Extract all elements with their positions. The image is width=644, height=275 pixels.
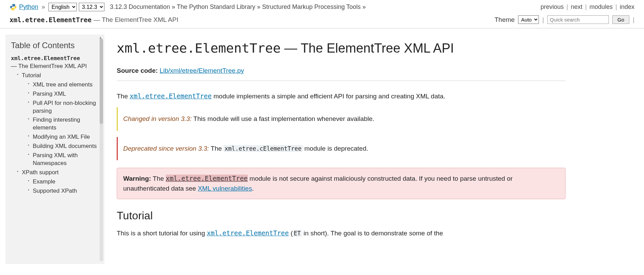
module-name: xml.etree.ElementTree — [10, 16, 91, 24]
tutorial-heading: Tutorial — [117, 209, 566, 222]
sub-navigation: xml.etree.ElementTree — The ElementTree … — [0, 13, 644, 28]
breadcrumb: 3.12.3 Documentation » The Python Standa… — [106, 3, 366, 11]
toc-modifying[interactable]: Modifying an XML File — [33, 134, 90, 140]
scrollbar-track[interactable] — [100, 39, 103, 261]
toc-parsing-xml[interactable]: Parsing XML — [33, 91, 66, 97]
toc-building[interactable]: Building XML documents — [33, 143, 97, 149]
tutorial-paragraph: This is a short tutorial for using xml.e… — [117, 228, 566, 238]
source-code-line: Source code: Lib/xml/etree/ElementTree.p… — [117, 66, 566, 76]
crumb-stdlib[interactable]: The Python Standard Library — [177, 3, 255, 10]
toc-pull-api[interactable]: Pull API for non-blocking parsing — [33, 100, 96, 114]
scrollbar-thumb[interactable] — [100, 39, 103, 124]
toc-example[interactable]: Example — [33, 178, 55, 185]
page-title: xml.etree.ElementTree — The ElementTree … — [117, 41, 566, 56]
version-select[interactable]: 3.12.3 — [79, 3, 104, 11]
search-go-button[interactable]: Go — [612, 15, 629, 24]
intro-paragraph: The xml.etree.ElementTree module impleme… — [117, 91, 566, 101]
module-link[interactable]: xml.etree.ElementTree — [130, 92, 212, 100]
top-navigation: Python » English 3.12.3 3.12.3 Documenta… — [0, 0, 644, 13]
nav-modules[interactable]: modules — [589, 3, 613, 11]
module-subtitle: — The ElementTree XML API — [94, 16, 178, 24]
toc-root-subtitle[interactable]: — The ElementTree XML API — [11, 62, 99, 70]
warning-box: Warning: The xml.etree.ElementTree modul… — [117, 168, 566, 199]
toc-finding[interactable]: Finding interesting elements — [33, 116, 80, 131]
divider — [117, 81, 566, 81]
toc-xml-tree[interactable]: XML tree and elements — [33, 81, 92, 88]
language-select[interactable]: English — [48, 3, 77, 11]
nav-previous[interactable]: previous — [541, 3, 564, 11]
python-home-link[interactable]: Python — [19, 3, 38, 11]
sidebar-toc: ▴ Table of Contents xml.etree.ElementTre… — [5, 35, 104, 264]
toc-xpath[interactable]: XPath support — [22, 169, 59, 176]
main-content: xml.etree.ElementTree — The ElementTree … — [104, 35, 644, 264]
search-input[interactable] — [547, 15, 609, 24]
crumb-markup[interactable]: Structured Markup Processing Tools — [262, 3, 361, 10]
nav-index[interactable]: index — [620, 3, 634, 11]
top-right-nav: previous| next| modules| index — [541, 3, 634, 11]
theme-select[interactable]: Auto — [518, 15, 539, 24]
toc-tutorial[interactable]: Tutorial — [22, 72, 41, 79]
toc-parsing-ns[interactable]: Parsing XML with Namespaces — [33, 152, 78, 166]
xml-vulnerabilities-link[interactable]: XML vulnerabilities — [198, 185, 252, 192]
toc-root-module[interactable]: xml.etree.ElementTree — [11, 55, 99, 61]
toc-heading: Table of Contents — [11, 41, 99, 50]
nav-next[interactable]: next — [571, 3, 583, 11]
toc-supported-xpath[interactable]: Supported XPath — [33, 188, 77, 194]
deprecated-note: Deprecated since version 3.3: The xml.et… — [117, 137, 566, 161]
python-logo-icon — [10, 3, 17, 11]
warning-module-link[interactable]: xml.etree.ElementTree — [166, 175, 248, 182]
tutorial-module-link[interactable]: xml.etree.ElementTree — [207, 229, 289, 237]
source-link[interactable]: Lib/xml/etree/ElementTree.py — [160, 67, 244, 74]
crumb-docs[interactable]: 3.12.3 Documentation — [110, 3, 170, 10]
theme-label: Theme — [495, 16, 515, 24]
separator: » — [42, 3, 45, 11]
changed-note: Changed in version 3.3: This module will… — [117, 107, 566, 131]
